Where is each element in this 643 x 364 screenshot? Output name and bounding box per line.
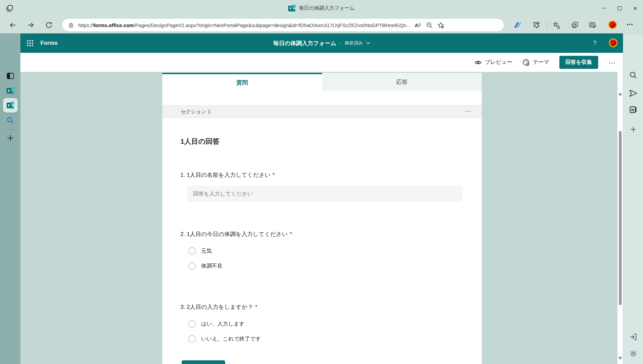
favorites-list-icon xyxy=(553,21,561,29)
sidebar-panel-button[interactable] xyxy=(3,69,18,83)
form-title-menu[interactable]: 毎日の体調入力フォーム - 保存済み xyxy=(273,39,370,47)
site-permissions-button[interactable] xyxy=(67,21,75,29)
tab-responses[interactable]: 応答 xyxy=(322,73,482,91)
close-button[interactable]: × xyxy=(627,0,643,16)
sidebar-item-forms-active[interactable]: F xyxy=(3,98,18,113)
scrollbar-thumb[interactable] xyxy=(619,131,622,305)
read-aloud-button[interactable]: A xyxy=(414,21,422,29)
sidebar-share-tool[interactable] xyxy=(627,87,640,100)
page-scrollbar[interactable] xyxy=(617,72,623,364)
sidebar-settings-button[interactable] xyxy=(627,347,640,360)
question-1-label[interactable]: 1. 1人目の名前を入力してください* xyxy=(180,171,275,179)
app-launcher-button[interactable] xyxy=(26,39,34,47)
maximize-icon xyxy=(618,6,622,10)
web-capture-icon xyxy=(589,21,597,29)
address-bar[interactable]: https://forms.office.com/Pages/DesignPag… xyxy=(62,19,504,31)
onenote-icon: N xyxy=(629,105,638,114)
radio-icon[interactable] xyxy=(188,335,196,343)
question-2-text: 2. 1人目の今日の体調を入力してください xyxy=(180,231,288,237)
edge-right-sidebar: N xyxy=(623,33,643,364)
sidebar-add-button[interactable] xyxy=(3,131,18,145)
question-2-label[interactable]: 2. 1人目の今日の体調を入力してください* xyxy=(180,230,292,238)
sidebar-item-forms-1[interactable]: F xyxy=(3,83,18,98)
plus-icon xyxy=(6,134,15,142)
ellipsis-icon xyxy=(627,24,635,25)
preview-label: プレビュー xyxy=(485,59,512,66)
back-button[interactable] xyxy=(9,21,17,29)
radio-icon[interactable] xyxy=(188,262,196,270)
next-button[interactable] xyxy=(182,360,225,364)
profile-avatar[interactable] xyxy=(608,20,617,29)
required-mark: * xyxy=(255,304,258,310)
url-text: https://forms.office.com/Pages/DesignPag… xyxy=(78,22,410,28)
collections-button[interactable] xyxy=(571,21,579,29)
question-3-text: 3. 2人目の入力をしますか？ xyxy=(180,304,253,310)
maximize-button[interactable] xyxy=(612,0,627,16)
title-separator: - xyxy=(340,40,341,46)
active-tab[interactable]: F 毎日の体調入力フォーム xyxy=(288,0,355,16)
sidebar-search-tool[interactable] xyxy=(627,69,640,82)
scroll-down-arrow[interactable] xyxy=(619,357,622,360)
edge-left-sidebar: F F xyxy=(0,33,20,364)
form-tabs: 質問 応答 xyxy=(162,73,482,91)
question-2-option-1[interactable]: 元気 xyxy=(188,247,212,255)
browser-menu-button[interactable] xyxy=(627,24,635,32)
gear-icon xyxy=(629,349,638,358)
web-capture-button[interactable] xyxy=(589,21,597,29)
question-1-answer-input[interactable] xyxy=(187,186,462,202)
split-window-icon xyxy=(6,72,15,80)
favorite-star-icon xyxy=(437,22,444,29)
required-mark: * xyxy=(273,172,275,178)
question-3-option-1[interactable]: はい、入力します xyxy=(188,320,245,328)
favorites-bar-button[interactable] xyxy=(553,21,561,29)
preview-button[interactable]: プレビュー xyxy=(474,59,512,66)
section-header[interactable]: セクション 1 … xyxy=(162,105,482,118)
question-3-option-2[interactable]: いいえ、これで終了です xyxy=(188,335,261,343)
search-icon xyxy=(6,116,14,124)
refresh-button[interactable] xyxy=(45,21,53,29)
help-button[interactable]: ? xyxy=(591,39,599,47)
sidebar-onenote-tool[interactable]: N xyxy=(627,103,640,116)
browser-titlebar: F 毎日の体調入力フォーム × xyxy=(0,0,643,16)
question-2-option-2[interactable]: 体調不良 xyxy=(188,262,222,270)
collect-responses-button[interactable]: 回答を収集 xyxy=(559,56,598,69)
zoom-out-button[interactable] xyxy=(425,21,433,29)
forms-app-icon: F xyxy=(7,102,14,109)
zoom-out-icon xyxy=(426,22,433,29)
sidebar-open-panel-button[interactable] xyxy=(627,330,640,344)
back-icon xyxy=(9,21,17,29)
sidebar-customize-button[interactable] xyxy=(627,123,640,136)
copilot-icon xyxy=(513,21,522,29)
question-3-label[interactable]: 3. 2人目の入力をしますか？* xyxy=(180,303,257,311)
add-favorite-button[interactable] xyxy=(437,21,445,29)
tab-questions[interactable]: 質問 xyxy=(162,73,322,91)
url-scheme: https:// xyxy=(78,22,93,28)
minimize-button[interactable] xyxy=(596,0,612,16)
toolbar-more-button[interactable]: … xyxy=(608,59,616,66)
extensions-button[interactable] xyxy=(533,21,541,29)
copilot-button[interactable] xyxy=(513,21,521,29)
sidebar-search-button[interactable] xyxy=(3,113,18,128)
option-label: 元気 xyxy=(201,248,212,255)
window-controls: × xyxy=(596,0,643,16)
tab-actions-icon[interactable] xyxy=(5,4,14,13)
extensions-puzzle-icon xyxy=(533,21,541,29)
app-brand[interactable]: Forms xyxy=(40,40,58,46)
scroll-up-arrow[interactable] xyxy=(619,93,622,95)
form-card: 質問 応答 セクション 1 … 1人目の回答 1. 1人目の名前を入力してくださ… xyxy=(162,73,482,364)
section-more-button[interactable]: … xyxy=(464,106,471,113)
workspaces-icon xyxy=(5,4,14,13)
tab-title: 毎日の体調入力フォーム xyxy=(299,5,355,11)
collections-icon xyxy=(571,21,579,29)
svg-text:N: N xyxy=(631,108,634,112)
close-icon: × xyxy=(633,5,637,12)
account-avatar[interactable] xyxy=(609,38,618,47)
radio-icon[interactable] xyxy=(188,247,196,255)
form-page-title[interactable]: 1人目の回答 xyxy=(180,137,219,146)
theme-button[interactable]: テーマ xyxy=(522,58,549,66)
forward-button[interactable] xyxy=(27,21,35,29)
option-label: いいえ、これで終了です xyxy=(201,336,261,343)
forward-icon xyxy=(27,21,35,29)
plus-icon xyxy=(629,125,637,133)
radio-icon[interactable] xyxy=(188,320,196,328)
